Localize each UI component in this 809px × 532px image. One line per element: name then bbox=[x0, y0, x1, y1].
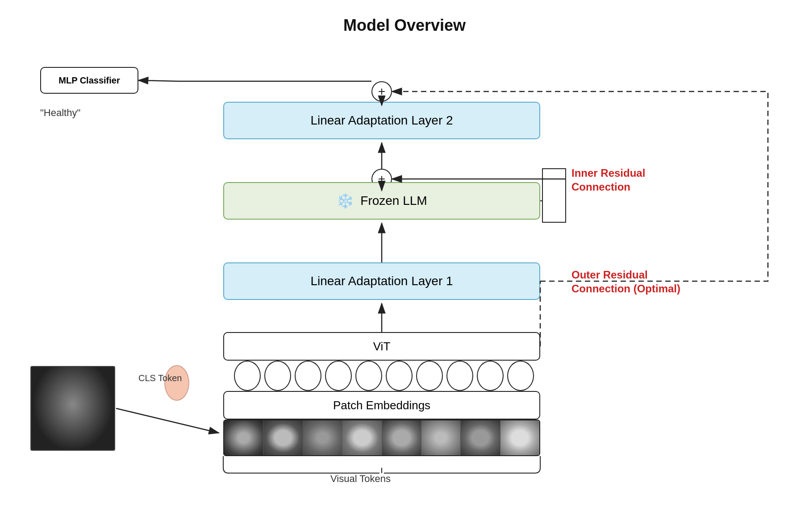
token-2 bbox=[264, 361, 291, 391]
linear-adaptation-layer2-box: Linear Adaptation Layer 2 bbox=[223, 102, 540, 139]
xray-cell-1 bbox=[31, 367, 59, 395]
linear-adaptation-layer1-box: Linear Adaptation Layer 1 bbox=[223, 262, 540, 300]
svg-line-3 bbox=[116, 408, 219, 433]
patch-6 bbox=[421, 420, 461, 455]
inner-residual-line1: Inner Residual bbox=[571, 166, 645, 180]
patch-5 bbox=[382, 420, 421, 455]
patch-7 bbox=[461, 420, 500, 455]
vit-box: ViT bbox=[223, 332, 540, 361]
visual-patches-row bbox=[223, 420, 540, 456]
patch-2 bbox=[263, 420, 303, 455]
diagram-container: Model Overview MLP Classifier "Healthy" … bbox=[0, 0, 809, 532]
layer2-label: Linear Adaptation Layer 2 bbox=[310, 113, 453, 128]
frozen-llm-label: Frozen LLM bbox=[360, 194, 427, 208]
plus-top: + bbox=[378, 84, 385, 99]
patch-3 bbox=[303, 420, 342, 455]
snowflake-icon: ❄️ bbox=[336, 192, 354, 209]
frozen-llm-box: ❄️ Frozen LLM bbox=[223, 182, 540, 220]
healthy-label: "Healthy" bbox=[40, 107, 80, 119]
token-5 bbox=[355, 361, 382, 391]
patch-embeddings-box: Patch Embeddings bbox=[223, 391, 540, 420]
xray-image bbox=[30, 366, 115, 451]
xray-cell-7 bbox=[31, 422, 59, 450]
layer1-label: Linear Adaptation Layer 1 bbox=[310, 274, 453, 288]
cls-token-label: CLS Token bbox=[138, 373, 182, 383]
patch-4 bbox=[342, 420, 382, 455]
mlp-classifier-label: MLP Classifier bbox=[58, 75, 120, 86]
xray-cell-6 bbox=[87, 395, 114, 422]
patch-1 bbox=[224, 420, 263, 455]
token-8 bbox=[446, 361, 473, 391]
inner-residual-line2: Connection bbox=[571, 180, 645, 194]
xray-cell-3 bbox=[87, 367, 114, 395]
outer-residual-line2: Connection (Optimal) bbox=[571, 282, 680, 295]
token-10 bbox=[507, 361, 534, 391]
token-1 bbox=[234, 361, 261, 391]
xray-cell-2 bbox=[59, 367, 87, 395]
vit-label: ViT bbox=[373, 340, 391, 353]
page-title: Model Overview bbox=[343, 16, 466, 35]
patch-embeddings-label: Patch Embeddings bbox=[333, 399, 430, 412]
xray-cell-4 bbox=[31, 395, 59, 422]
token-9 bbox=[477, 361, 504, 391]
xray-cell-9 bbox=[87, 422, 114, 450]
token-7 bbox=[416, 361, 443, 391]
token-4 bbox=[325, 361, 352, 391]
patch-8 bbox=[500, 420, 539, 455]
tokens-row bbox=[228, 361, 540, 391]
token-6 bbox=[386, 361, 413, 391]
add-circle-top: + bbox=[371, 81, 392, 102]
outer-residual-label: Outer Residual Connection (Optimal) bbox=[571, 268, 680, 295]
visual-tokens-label: Visual Tokens bbox=[330, 473, 391, 485]
xray-cell-5 bbox=[59, 395, 87, 422]
mlp-classifier-box: MLP Classifier bbox=[40, 67, 138, 94]
inner-residual-label: Inner Residual Connection bbox=[571, 166, 645, 194]
svg-rect-9 bbox=[542, 169, 566, 222]
outer-residual-line1: Outer Residual bbox=[571, 268, 680, 282]
xray-cell-8 bbox=[59, 422, 87, 450]
token-3 bbox=[295, 361, 321, 391]
